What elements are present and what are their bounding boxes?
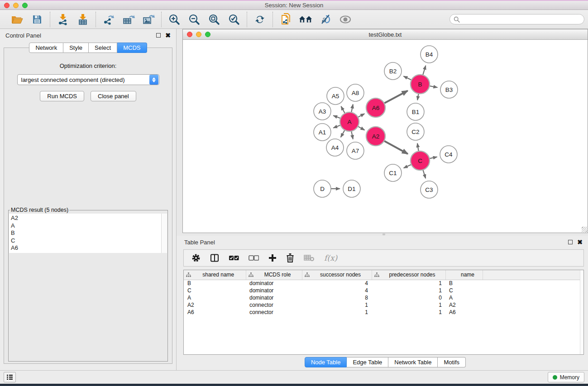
table-row[interactable]: Bdominator41B xyxy=(184,280,580,287)
table-cell[interactable]: A6 xyxy=(184,309,246,316)
close-panel-button[interactable]: Close panel xyxy=(91,91,136,101)
window-resize-grip[interactable] xyxy=(582,227,587,232)
tab-select[interactable]: Select xyxy=(89,43,117,53)
show-details-eye-icon[interactable] xyxy=(339,13,352,26)
run-mcds-button[interactable]: Run MCDS xyxy=(40,91,84,101)
function-builder-icon[interactable]: f(x) xyxy=(324,253,337,262)
zoom-in-icon[interactable] xyxy=(167,13,181,26)
table-cell[interactable] xyxy=(483,301,580,309)
graph-node-C4[interactable]: C4 xyxy=(440,146,457,163)
column-header-MCDS-role[interactable]: MCDS role xyxy=(246,270,302,280)
table-settings-gear-icon[interactable] xyxy=(191,253,201,262)
table-cell[interactable]: connector xyxy=(246,301,302,309)
graph-node-C[interactable]: C xyxy=(411,151,430,170)
table-cell[interactable]: 4 xyxy=(302,280,372,287)
open-session-icon[interactable] xyxy=(10,13,24,26)
refresh-icon[interactable] xyxy=(253,13,267,26)
tab-edge-table[interactable]: Edge Table xyxy=(347,357,388,367)
search-field[interactable] xyxy=(449,14,584,24)
graph-node-C1[interactable]: C1 xyxy=(384,164,402,181)
network-from-selection-icon[interactable] xyxy=(279,13,292,26)
graph-edge-A-A1[interactable] xyxy=(333,125,340,128)
table-cell[interactable]: A6 xyxy=(445,309,483,316)
mcds-result-item[interactable]: A6 xyxy=(11,244,159,252)
graph-edge-B-B2[interactable] xyxy=(403,76,411,80)
table-cell[interactable]: 1 xyxy=(372,309,445,316)
graph-node-A8[interactable]: A8 xyxy=(347,84,364,101)
graph-node-A[interactable]: A xyxy=(340,112,359,131)
graph-edge-C-C1[interactable] xyxy=(404,165,411,168)
deselect-all-icon[interactable] xyxy=(249,255,259,261)
delete-column-icon[interactable] xyxy=(286,253,294,262)
graph-node-A3[interactable]: A3 xyxy=(314,103,331,120)
export-image-icon[interactable] xyxy=(142,13,155,26)
table-row[interactable]: A6connector11A6 xyxy=(184,309,580,316)
add-column-icon[interactable] xyxy=(268,254,277,262)
network-graph[interactable]: B4B2BB3A5A8A6B1A3AA1C2A2A4A7CC4C1C3DD1 xyxy=(183,40,588,233)
table-cell[interactable]: B xyxy=(184,280,246,287)
save-session-icon[interactable] xyxy=(30,13,44,26)
table-cell[interactable]: dominator xyxy=(246,294,302,301)
mcds-result-item[interactable]: C xyxy=(11,237,159,245)
graph-node-B[interactable]: B xyxy=(411,75,430,94)
graph-edge-A-A8[interactable] xyxy=(351,104,353,112)
table-row[interactable]: Cdominator41C xyxy=(184,287,580,294)
graph-edge-A-A6[interactable] xyxy=(358,114,365,117)
delete-table-icon[interactable] xyxy=(304,254,315,262)
import-table-icon[interactable] xyxy=(76,13,90,26)
graph-edge-C-C3[interactable] xyxy=(423,170,425,178)
table-cell[interactable]: A2 xyxy=(184,301,246,309)
graph-node-B4[interactable]: B4 xyxy=(421,46,438,63)
graph-node-A7[interactable]: A7 xyxy=(347,142,364,159)
graph-node-A2[interactable]: A2 xyxy=(366,127,385,146)
column-manager-icon[interactable] xyxy=(210,253,219,262)
graph-node-C2[interactable]: C2 xyxy=(407,123,424,140)
memory-button[interactable]: Memory xyxy=(548,372,584,382)
export-table-icon[interactable] xyxy=(122,13,135,26)
zoom-out-icon[interactable] xyxy=(187,13,201,26)
table-float-panel-icon[interactable] xyxy=(568,240,573,244)
graph-edge-A2-C[interactable] xyxy=(384,141,407,154)
column-header-successor-nodes[interactable]: successor nodes xyxy=(302,270,372,280)
import-network-icon[interactable] xyxy=(56,13,70,26)
export-network-icon[interactable] xyxy=(102,13,115,26)
table-cell[interactable] xyxy=(483,280,580,287)
mcds-result-item[interactable]: A xyxy=(11,222,159,230)
table-cell[interactable]: 1 xyxy=(372,287,445,294)
table-scrollbar[interactable] xyxy=(580,270,583,354)
graph-node-D[interactable]: D xyxy=(314,180,331,197)
table-cell[interactable]: A xyxy=(445,294,483,301)
column-header-predecessor-nodes[interactable]: predecessor nodes xyxy=(372,270,445,280)
table-cell[interactable]: 1 xyxy=(372,280,445,287)
graph-node-B2[interactable]: B2 xyxy=(384,62,402,80)
graph-node-A4[interactable]: A4 xyxy=(326,139,344,156)
graph-node-C3[interactable]: C3 xyxy=(421,181,438,198)
graph-edge-A-A5[interactable] xyxy=(341,106,345,114)
table-close-panel-icon[interactable]: ✖ xyxy=(577,240,583,244)
graph-edge-A-A7[interactable] xyxy=(351,131,353,139)
table-cell[interactable]: 1 xyxy=(302,301,372,309)
table-row[interactable]: A2connector11A2 xyxy=(184,301,580,309)
tab-mcds[interactable]: MCDS xyxy=(117,43,147,53)
graph-node-D1[interactable]: D1 xyxy=(343,180,360,197)
graph-node-B3[interactable]: B3 xyxy=(440,81,458,98)
close-panel-icon[interactable]: ✖ xyxy=(165,33,171,38)
zoom-selected-icon[interactable] xyxy=(227,13,241,26)
birds-eye-icon[interactable] xyxy=(299,13,312,26)
graph-edge-B-B3[interactable] xyxy=(430,86,438,87)
table-row[interactable]: Adominator80A xyxy=(184,294,580,301)
select-all-icon[interactable] xyxy=(229,255,239,261)
network-window-titlebar[interactable]: testGlobe.txt xyxy=(183,29,588,40)
table-cell[interactable]: 4 xyxy=(302,287,372,294)
graph-node-A6[interactable]: A6 xyxy=(366,98,385,117)
tab-network-table[interactable]: Network Table xyxy=(388,357,438,367)
mcds-result-item[interactable]: A2 xyxy=(11,214,159,222)
table-cell[interactable]: 8 xyxy=(302,294,372,301)
graph-edge-A-A4[interactable] xyxy=(341,130,345,137)
network-canvas[interactable]: B4B2BB3A5A8A6B1A3AA1C2A2A4A7CC4C1C3DD1 xyxy=(183,40,588,233)
float-panel-icon[interactable] xyxy=(156,33,161,38)
panel-divider[interactable] xyxy=(177,233,588,236)
tab-node-table[interactable]: Node Table xyxy=(305,357,347,367)
graph-edge-A6-B[interactable] xyxy=(384,91,408,104)
tab-network[interactable]: Network xyxy=(29,43,63,53)
